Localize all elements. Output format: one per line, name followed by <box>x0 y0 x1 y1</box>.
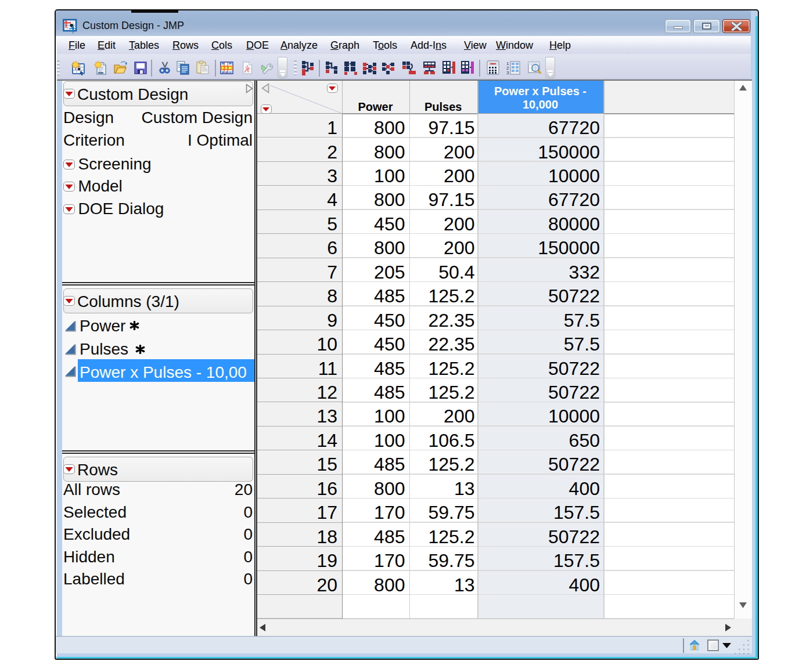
svg-text:3: 3 <box>506 70 509 75</box>
